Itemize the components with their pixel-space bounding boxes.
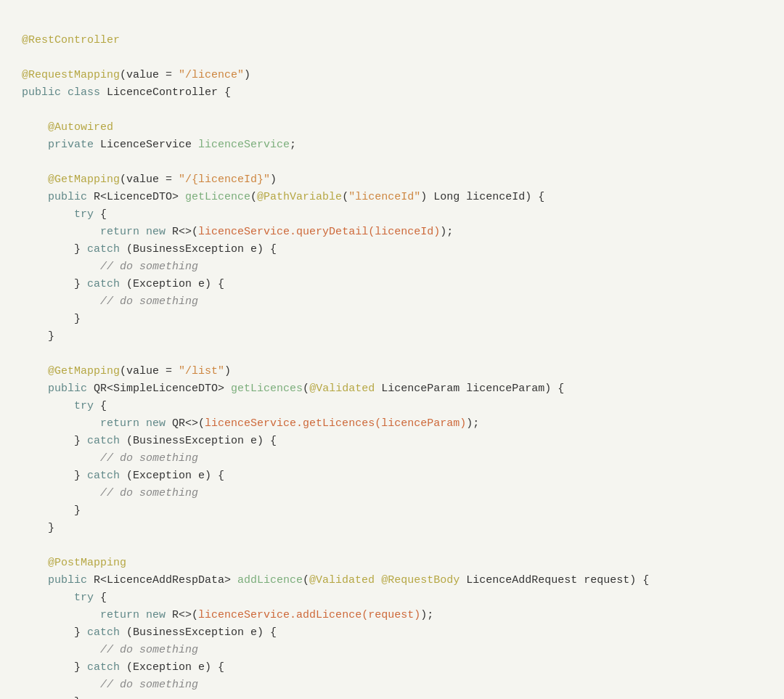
code-block: @RestController @RequestMapping(value = … [0, 0, 784, 699]
annotation-request-mapping: @RequestMapping [22, 69, 120, 81]
annotation-rest-controller: @RestController [22, 34, 120, 46]
keyword-public-1: public [22, 86, 61, 99]
